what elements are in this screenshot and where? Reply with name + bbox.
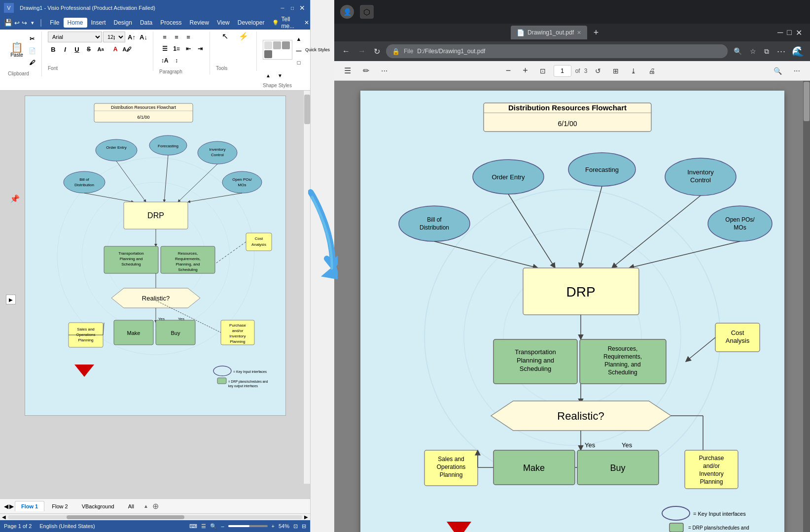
view-mode-btn[interactable]: ⊞ — [609, 65, 623, 77]
pdf-annotation-btn[interactable]: ✏ — [359, 64, 373, 77]
fill-btn[interactable]: ▲ — [293, 33, 304, 44]
numbering-btn[interactable]: 1≡ — [171, 43, 182, 54]
subscript-btn[interactable]: Aa — [95, 44, 106, 55]
add-sheet-btn[interactable]: ⊕ — [149, 500, 162, 512]
tab-flow2[interactable]: Flow 2 — [45, 501, 74, 511]
scroll-ribbon-up[interactable]: ▲ — [263, 70, 274, 81]
svg-text:Inventory: Inventory — [687, 168, 714, 176]
sidebar-pin-btn[interactable]: 📌 — [10, 194, 20, 203]
browser-max-btn[interactable]: □ — [787, 28, 792, 37]
profile-avatar[interactable]: 👤 — [340, 5, 354, 19]
scroll-right-btn[interactable]: ▶ — [304, 514, 308, 520]
scroll-tabs-left[interactable]: ◀ — [4, 503, 8, 510]
redo-quick-btn[interactable]: ↪ — [22, 19, 27, 27]
expand-panel-btn[interactable]: ▶ — [6, 295, 16, 304]
indent-more-btn[interactable]: ⇥ — [195, 43, 206, 54]
pdf-hamburger-btn[interactable]: ☰ — [340, 64, 355, 77]
shadow-btn[interactable]: □ — [293, 57, 304, 68]
align-center-btn[interactable]: ≡ — [171, 32, 182, 42]
bookmark-btn[interactable]: ☆ — [748, 45, 758, 57]
minimize-btn[interactable]: ─ — [279, 4, 286, 12]
maximize-btn[interactable]: □ — [288, 4, 296, 12]
italic-btn[interactable]: I — [60, 44, 70, 55]
spacing-btn[interactable]: ↕ — [171, 55, 182, 66]
menu-review[interactable]: Review — [186, 18, 213, 28]
forward-btn[interactable]: → — [356, 45, 368, 58]
scroll-ribbon-down[interactable]: ▼ — [275, 70, 285, 81]
zoom-in-btn[interactable]: + — [272, 523, 275, 529]
ribbon-font: Arial 12pt. A↑ A↓ B I U S Aa A A🖊 Font — [44, 32, 153, 71]
pdf-tab[interactable]: 📄 Drawing1_out.pdf ✕ — [511, 26, 587, 39]
align-right-btn[interactable]: ≡ — [183, 32, 194, 42]
pdf-more-btn[interactable]: ··· — [377, 65, 391, 77]
indent-less-btn[interactable]: ⇤ — [183, 43, 194, 54]
menu-design[interactable]: Design — [110, 18, 136, 28]
fit-width-btn[interactable]: ⊟ — [302, 523, 306, 530]
back-btn[interactable]: ← — [340, 45, 352, 58]
url-bar[interactable]: 🔒 File D:/Files/Drawing1_out.pdf — [386, 44, 728, 58]
menu-tellme[interactable]: 💡 Tell me... — [268, 14, 298, 31]
tab-all[interactable]: All — [122, 501, 141, 511]
split-view-btn[interactable]: ⧉ — [762, 45, 771, 58]
zoom-slider[interactable] — [228, 525, 268, 527]
font-size-select[interactable]: 12pt. — [103, 32, 125, 42]
scroll-tabs-right[interactable]: ▶ — [9, 503, 14, 510]
cut-btn[interactable]: ✂ — [27, 33, 37, 44]
browser-min-btn[interactable]: ─ — [777, 28, 783, 37]
print-btn[interactable]: 🖨 — [644, 65, 659, 77]
line-btn[interactable]: — — [293, 45, 304, 56]
bold-btn[interactable]: B — [48, 44, 59, 55]
pdf-more2-btn[interactable]: ··· — [790, 65, 804, 77]
bullets-btn[interactable]: ☰ — [159, 43, 170, 54]
quick-access-more[interactable]: ▾ — [29, 20, 36, 26]
menu-view[interactable]: View — [213, 18, 234, 28]
connector-tool-btn[interactable]: ⚡ — [235, 32, 252, 41]
menu-home[interactable]: Home — [64, 18, 87, 28]
pdf-scrollbar[interactable] — [803, 81, 810, 532]
browser-close-btn[interactable]: ✕ — [796, 28, 802, 37]
increase-font-btn[interactable]: A↑ — [126, 32, 137, 42]
scroll-left-btn[interactable]: ◀ — [2, 514, 6, 520]
tab-flow1[interactable]: Flow 1 — [15, 501, 44, 511]
menu-developer[interactable]: Developer — [234, 18, 269, 28]
new-tab-btn[interactable]: + — [589, 26, 603, 39]
save-quick-btn[interactable]: 💾 — [4, 19, 12, 27]
pdf-tab-close[interactable]: ✕ — [577, 30, 581, 36]
align-left-btn[interactable]: ≡ — [159, 32, 170, 42]
close-btn[interactable]: ✕ — [298, 4, 306, 12]
tab-vbackground[interactable]: VBackground — [75, 501, 121, 511]
canvas-scrollbar-h[interactable]: ◀ ▶ — [0, 513, 310, 520]
rotate-btn[interactable]: ↺ — [591, 65, 605, 77]
menu-file[interactable]: File — [46, 18, 63, 28]
font-color-btn[interactable]: A — [110, 44, 121, 55]
shape-styles-gallery[interactable] — [263, 40, 292, 60]
zoom-out-btn[interactable]: − — [502, 64, 515, 78]
font-family-select[interactable]: Arial — [48, 32, 102, 42]
fit-page-btn[interactable]: ⊡ — [536, 65, 550, 77]
visio-canvas[interactable]: Distribution Resources Flowchart 6/1/00 … — [25, 96, 286, 416]
svg-text:key output interfaces: key output interfaces — [228, 384, 258, 388]
strikethrough-btn[interactable]: S — [83, 44, 94, 55]
decrease-font-btn[interactable]: A↓ — [138, 32, 149, 42]
text-direction-btn[interactable]: ↕A — [159, 55, 170, 66]
format-painter-btn[interactable]: 🖌 — [27, 57, 37, 68]
highlight-btn[interactable]: A🖊 — [122, 44, 133, 55]
copy-btn[interactable]: 📄 — [27, 45, 37, 56]
menu-data[interactable]: Data — [136, 18, 156, 28]
fit-page-btn[interactable]: ⊡ — [293, 523, 298, 530]
paste-btn[interactable]: 📋 Paste — [8, 41, 26, 59]
zoom-url-btn[interactable]: 🔍 — [732, 45, 744, 57]
menu-close-ribbon[interactable]: ✕ — [300, 18, 313, 28]
download-btn[interactable]: ⤓ — [627, 65, 640, 77]
underline-btn[interactable]: U — [71, 44, 82, 55]
menu-process[interactable]: Process — [156, 18, 185, 28]
zoom-out-btn[interactable]: – — [221, 523, 224, 529]
undo-quick-btn[interactable]: ↩ — [14, 19, 20, 27]
page-number-input[interactable]: 1 — [554, 65, 571, 77]
find-btn[interactable]: 🔍 — [770, 65, 786, 77]
menu-insert[interactable]: Insert — [87, 18, 110, 28]
refresh-btn[interactable]: ↻ — [372, 45, 382, 58]
browser-more-btn[interactable]: ··· — [775, 44, 788, 59]
pointer-tool-btn[interactable]: ↖ — [216, 32, 234, 41]
zoom-in-btn[interactable]: + — [519, 64, 532, 78]
